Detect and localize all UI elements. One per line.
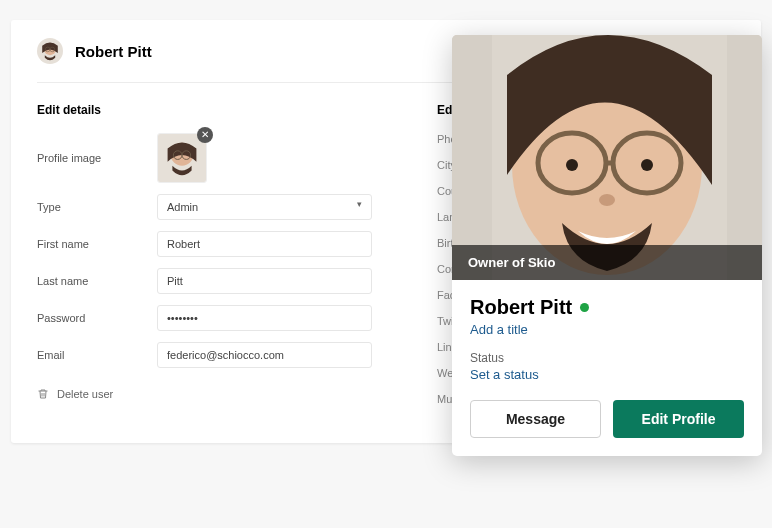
- row-profile-image: Profile image ✕: [37, 133, 377, 183]
- status-label: Status: [470, 351, 744, 365]
- input-first-name[interactable]: [157, 231, 372, 257]
- label-profile-image: Profile image: [37, 152, 157, 164]
- page-title: Robert Pitt: [75, 43, 152, 60]
- section-title-edit-details: Edit details: [37, 103, 377, 117]
- avatar: [37, 38, 63, 64]
- row-last-name: Last name: [37, 268, 377, 294]
- online-status-icon: [580, 303, 589, 312]
- input-last-name[interactable]: [157, 268, 372, 294]
- svg-rect-17: [727, 35, 762, 280]
- card-user-name: Robert Pitt: [470, 296, 572, 319]
- remove-image-icon[interactable]: ✕: [197, 127, 213, 143]
- input-email[interactable]: [157, 342, 372, 368]
- card-name-row: Robert Pitt: [470, 296, 744, 319]
- select-type[interactable]: [157, 194, 372, 220]
- message-button[interactable]: Message: [470, 400, 601, 438]
- label-password: Password: [37, 312, 157, 324]
- edit-details-column: Edit details Profile image: [37, 103, 377, 419]
- add-title-link[interactable]: Add a title: [470, 322, 744, 337]
- row-type: Type: [37, 194, 377, 220]
- profile-card: Owner of Skio Robert Pitt Add a title St…: [452, 35, 762, 456]
- edit-profile-button[interactable]: Edit Profile: [613, 400, 744, 438]
- svg-point-14: [641, 159, 653, 171]
- label-email: Email: [37, 349, 157, 361]
- svg-point-15: [599, 194, 615, 206]
- label-type: Type: [37, 201, 157, 213]
- row-password: Password: [37, 305, 377, 331]
- svg-point-13: [566, 159, 578, 171]
- input-password[interactable]: [157, 305, 372, 331]
- label-last-name: Last name: [37, 275, 157, 287]
- profile-photo: Owner of Skio: [452, 35, 762, 280]
- row-first-name: First name: [37, 231, 377, 257]
- delete-user-button[interactable]: Delete user: [37, 388, 377, 400]
- set-status-link[interactable]: Set a status: [470, 367, 744, 382]
- delete-user-label: Delete user: [57, 388, 113, 400]
- profile-banner: Owner of Skio: [452, 245, 762, 280]
- svg-rect-16: [452, 35, 492, 280]
- row-email: Email: [37, 342, 377, 368]
- label-first-name: First name: [37, 238, 157, 250]
- trash-icon: [37, 388, 49, 400]
